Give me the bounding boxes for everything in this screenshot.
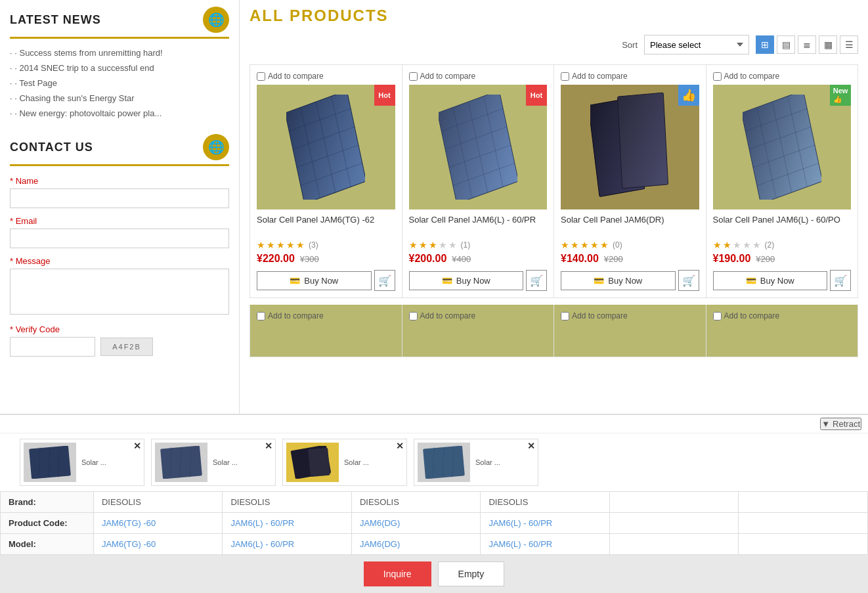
buy-now-button-3[interactable]: 💳 Buy Now: [561, 271, 676, 290]
like-badge-3: 👍: [678, 85, 699, 106]
model-value-1: JAM6(TG) -60: [93, 534, 223, 555]
compare-item-name-4: Solar ...: [475, 458, 534, 466]
verify-field-group: * Verify Code A4F2B: [10, 324, 229, 357]
compare-panel: ▼ Retract Solar ... ✕: [0, 414, 868, 593]
add-compare-label-5: Add to compare: [268, 311, 324, 320]
sort-select[interactable]: Please select Price: Low to High Price: …: [644, 35, 749, 55]
compare-checkbox-5[interactable]: [257, 312, 265, 320]
review-count-1: (3): [309, 240, 318, 250]
name-input[interactable]: [10, 188, 229, 208]
compare-item-4: Solar ... ✕: [414, 439, 538, 486]
cart-button-1[interactable]: 🛒: [374, 270, 395, 291]
price-original-3: ¥200: [604, 254, 623, 264]
empty-button[interactable]: Empty: [438, 561, 505, 586]
contact-us-header: CONTACT US 🌐: [10, 134, 229, 166]
compare-items-row: Solar ... ✕ Solar ... ✕: [0, 433, 868, 491]
cart-button-4[interactable]: 🛒: [830, 270, 851, 291]
news-item-4[interactable]: · Chasing the sun's Energy Star: [10, 91, 229, 106]
price-row-3: ¥140.00 ¥200: [561, 253, 699, 265]
email-label: * Email: [10, 216, 229, 226]
view-icons: ⊞ ▤ ≣ ▦ ☰: [756, 35, 858, 54]
verify-row: A4F2B: [10, 337, 229, 357]
price-current-3: ¥140.00: [561, 253, 599, 265]
star-3-1: ★: [561, 240, 569, 250]
star-4-4: ★: [743, 240, 751, 250]
buy-now-button-2[interactable]: 💳 Buy Now: [409, 271, 524, 290]
page-title: ALL PRODUCTS: [250, 7, 389, 25]
list-view-button-3[interactable]: ▦: [819, 35, 837, 54]
add-compare-row-7: Add to compare: [561, 311, 699, 320]
message-label: * Message: [10, 256, 229, 266]
brand-value-3: DIESOLIS: [351, 492, 481, 513]
buy-now-button-4[interactable]: 💳 Buy Now: [713, 271, 828, 290]
stars-4: ★ ★ ★ ★ ★ (2): [713, 240, 852, 250]
name-field-group: * Name: [10, 176, 229, 208]
brand-label: Brand:: [1, 492, 94, 513]
product-card-3: Add to compare 👍: [554, 65, 706, 298]
credit-card-icon-3: 💳: [594, 276, 604, 286]
credit-card-icon-4: 💳: [746, 276, 756, 286]
contact-us-title: CONTACT US: [10, 141, 93, 154]
stars-3: ★ ★ ★ ★ ★ (0): [561, 240, 699, 250]
compare-item-1: Solar ... ✕: [20, 439, 144, 486]
compare-item-close-2[interactable]: ✕: [265, 441, 272, 451]
buy-now-button-1[interactable]: 💳 Buy Now: [257, 271, 372, 290]
compare-checkbox-1[interactable]: [257, 72, 265, 81]
add-compare-label-4: Add to compare: [724, 72, 780, 81]
name-label: * Name: [10, 176, 229, 186]
compare-item-3: Solar ... ✕: [282, 439, 407, 486]
inquire-button[interactable]: Inquire: [364, 561, 431, 586]
news-item-2[interactable]: · 2014 SNEC trip to a successful end: [10, 60, 229, 76]
svg-rect-17: [618, 93, 668, 188]
verify-input[interactable]: [10, 337, 95, 357]
star-1-4: ★: [286, 240, 295, 250]
message-field-group: * Message: [10, 256, 229, 317]
stars-2: ★ ★ ★ ★ ★ (1): [409, 240, 548, 250]
solar-panel-svg-3: [590, 91, 669, 203]
message-textarea[interactable]: [10, 269, 229, 315]
news-item-5[interactable]: · New energy: photovoltaic power pla...: [10, 106, 229, 121]
add-compare-row-5: Add to compare: [257, 311, 395, 320]
email-input[interactable]: [10, 229, 229, 248]
brand-value-4: DIESOLIS: [481, 492, 610, 513]
compare-item-close-4[interactable]: ✕: [527, 441, 535, 451]
buy-row-4: 💳 Buy Now 🛒: [713, 270, 852, 291]
svg-rect-35: [308, 448, 330, 477]
add-compare-row-2: Add to compare: [409, 72, 548, 81]
news-item-3[interactable]: · Test Page: [10, 76, 229, 91]
compare-checkbox-8[interactable]: [713, 312, 722, 320]
compare-checkbox-3[interactable]: [561, 72, 569, 81]
price-current-1: ¥220.00: [257, 253, 295, 265]
compare-item-close-1[interactable]: ✕: [133, 441, 141, 451]
grid-view-button[interactable]: ⊞: [756, 35, 774, 54]
table-row-brand: Brand: DIESOLIS DIESOLIS DIESOLIS DIESOL…: [1, 492, 868, 513]
cart-button-2[interactable]: 🛒: [526, 270, 547, 291]
compare-checkbox-7[interactable]: [561, 312, 569, 320]
compare-item-close-3[interactable]: ✕: [396, 441, 404, 451]
product-card-1: Add to compare Hot: [250, 65, 402, 298]
star-4-5: ★: [752, 240, 761, 250]
solar-panel-svg-1: [286, 95, 365, 200]
sort-label: Sort: [622, 40, 638, 50]
compare-item-name-2: Solar ...: [213, 458, 272, 466]
brand-empty-2: [739, 492, 868, 513]
product-card-2: Add to compare Hot: [402, 65, 555, 298]
list-view-button-2[interactable]: ≣: [798, 35, 816, 54]
cart-button-3[interactable]: 🛒: [678, 270, 699, 291]
retract-button[interactable]: ▼ Retract: [820, 418, 861, 430]
model-value-2: JAM6(L) - 60/PR: [223, 534, 352, 555]
price-original-2: ¥400: [452, 254, 471, 264]
add-compare-row-6: Add to compare: [409, 311, 548, 320]
compare-checkbox-6[interactable]: [409, 312, 418, 320]
news-item-1[interactable]: · Success stems from unremitting hard!: [10, 45, 229, 60]
list-view-button-1[interactable]: ▤: [777, 35, 795, 54]
list-view-button-4[interactable]: ☰: [840, 35, 858, 54]
star-2-3: ★: [429, 240, 437, 250]
hot-badge-1: Hot: [374, 85, 395, 106]
compare-item-name-1: Solar ...: [81, 458, 141, 466]
compare-checkbox-2[interactable]: [409, 72, 418, 81]
table-row-model: Model: JAM6(TG) -60 JAM6(L) - 60/PR JAM6…: [1, 534, 868, 555]
compare-checkbox-4[interactable]: [713, 72, 722, 81]
compare-item-img-1: [24, 443, 76, 482]
add-compare-label-2: Add to compare: [420, 72, 476, 81]
